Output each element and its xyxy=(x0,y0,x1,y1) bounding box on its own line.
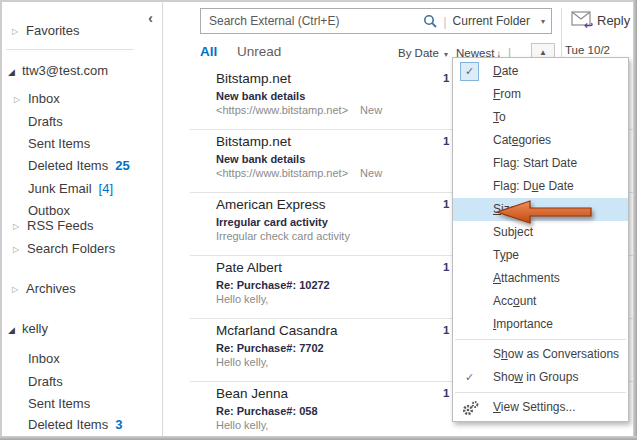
triangle-up-icon: ▲ xyxy=(539,48,547,57)
sidebar-item-sent-items[interactable]: Sent Items xyxy=(2,135,162,153)
sidebar-item-rss-feeds[interactable]: ▷ RSS Feeds xyxy=(2,217,162,235)
expand-right-icon[interactable]: ▷ xyxy=(13,241,19,259)
item-count: [4] xyxy=(99,181,113,196)
sidebar-item-sent-items-2[interactable]: Sent Items xyxy=(2,395,162,413)
sidebar-account-kelly[interactable]: ◢ kelly xyxy=(2,320,162,338)
sidebar-item-deleted-items-2[interactable]: Deleted Items3 xyxy=(2,416,162,434)
menu-item-label: Date xyxy=(493,64,518,78)
window-shadow-right xyxy=(633,0,637,440)
arrange-by-context-menu: ✓ Date From To Categories Flag: Start Da… xyxy=(452,57,629,422)
tab-unread[interactable]: Unread xyxy=(237,44,281,59)
annotation-arrow-icon xyxy=(494,199,594,229)
sidebar-item-favorites[interactable]: ▷ Favorites xyxy=(2,22,162,40)
expand-right-icon[interactable]: ▷ xyxy=(13,218,19,236)
email-subject: Re: Purchase#: 7702 xyxy=(216,342,324,354)
email-preview: Hello kelly, xyxy=(216,356,268,368)
expand-right-icon[interactable]: ▷ xyxy=(12,281,18,299)
sidebar-item-deleted-items[interactable]: Deleted Items25 xyxy=(2,157,162,175)
separator: | xyxy=(443,14,446,29)
email-date: 1 xyxy=(443,135,449,147)
sidebar-item-archives[interactable]: ▷ Archives xyxy=(2,280,162,298)
email-sender: Pate Albert xyxy=(216,260,282,275)
collapse-down-icon[interactable]: ◢ xyxy=(8,63,15,81)
menu-item-flag-due-date[interactable]: Flag: Due Date xyxy=(453,175,628,198)
checkbox-checked-icon: ✓ xyxy=(460,62,479,81)
sidebar-item-label: Deleted Items xyxy=(2,416,108,434)
reply-arrow-icon: ↩ xyxy=(584,19,593,32)
chevron-down-icon: ▾ xyxy=(444,50,448,59)
email-subject: Re: Purchase#: 058 xyxy=(216,405,318,417)
email-sender: Bitstamp.net xyxy=(216,71,291,86)
sidebar-item-label: Sent Items xyxy=(2,395,90,413)
menu-item-importance[interactable]: Importance xyxy=(453,313,628,336)
email-tag: New xyxy=(360,104,382,116)
sidebar-account-ttw3[interactable]: ◢ ttw3@test.com xyxy=(2,62,162,80)
menu-item-categories[interactable]: Categories xyxy=(453,129,628,152)
menu-item-show-in-groups[interactable]: ✓ Show in Groups xyxy=(453,366,628,389)
expand-right-icon[interactable]: ▷ xyxy=(12,23,18,41)
chevron-down-icon: ▾ xyxy=(541,17,545,26)
preview-text: Hello kelly, xyxy=(216,419,268,431)
sidebar-item-search-folders[interactable]: ▷ Search Folders xyxy=(2,240,162,258)
email-date: 1 xyxy=(443,72,449,84)
menu-item-flag-start-date[interactable]: Flag: Start Date xyxy=(453,152,628,175)
email-preview: Hello kelly, xyxy=(216,419,268,431)
menu-item-to[interactable]: To xyxy=(453,106,628,129)
email-preview: Hello kelly, xyxy=(216,293,268,305)
menu-separator xyxy=(455,392,626,393)
email-subject: New bank details xyxy=(216,153,305,165)
menu-item-type[interactable]: Type xyxy=(453,244,628,267)
account-name: ttw3@test.com xyxy=(2,62,108,80)
menu-item-show-as-conversations[interactable]: Show as Conversations xyxy=(453,343,628,366)
collapse-down-icon[interactable]: ◢ xyxy=(8,321,15,339)
sidebar-item-junk-email[interactable]: Junk Email[4] xyxy=(2,180,162,198)
email-sender: Mcfarland Casandra xyxy=(216,323,338,338)
preview-text: Hello kelly, xyxy=(216,293,268,305)
email-date: 1 xyxy=(443,387,449,399)
email-preview: <https://www.bitstamp.net>New xyxy=(216,104,382,116)
menu-item-from[interactable]: From xyxy=(453,83,628,106)
sidebar-item-label: Inbox xyxy=(2,90,60,108)
reply-button[interactable]: Reply xyxy=(597,13,635,28)
checkmark-icon: ✓ xyxy=(465,366,474,389)
email-subject: New bank details xyxy=(216,90,305,102)
search-icon[interactable] xyxy=(423,14,437,28)
email-tag: New xyxy=(360,167,382,179)
tab-all[interactable]: All xyxy=(200,44,217,59)
sidebar-item-label: Junk Email xyxy=(2,180,92,198)
window-shadow-bottom xyxy=(0,436,637,440)
email-subject: Re: Purchase#: 10272 xyxy=(216,279,330,291)
pane-divider xyxy=(561,8,562,58)
sidebar-item-inbox-2[interactable]: Inbox xyxy=(2,350,162,368)
menu-item-label: Show in Groups xyxy=(493,370,578,384)
preview-text: Irregular check card activity xyxy=(216,230,350,242)
menu-item-attachments[interactable]: Attachments xyxy=(453,267,628,290)
email-date: 1 xyxy=(443,261,449,273)
search-scope-dropdown[interactable]: Current Folder xyxy=(453,14,530,28)
email-subject: Irregular card activity xyxy=(216,216,328,228)
menu-item-label: Attachments xyxy=(493,271,560,285)
sort-by-label: By Date xyxy=(398,47,439,59)
email-sender: Bean Jenna xyxy=(216,386,288,401)
sidebar-item-drafts-2[interactable]: Drafts xyxy=(2,373,162,391)
gears-icon xyxy=(461,400,480,424)
expand-right-icon[interactable]: ▷ xyxy=(14,91,20,109)
email-sender: Bitstamp.net xyxy=(216,134,291,149)
email-preview: Irregular check card activity xyxy=(216,230,350,242)
menu-item-label: Account xyxy=(493,294,536,308)
menu-item-view-settings[interactable]: View Settings... xyxy=(453,396,628,419)
menu-item-label: Type xyxy=(493,248,519,262)
menu-item-account[interactable]: Account xyxy=(453,290,628,313)
sidebar-item-inbox[interactable]: ▷ Inbox xyxy=(2,90,162,108)
sort-by-dropdown[interactable]: By Date▾ xyxy=(398,47,448,59)
search-input[interactable] xyxy=(207,13,417,29)
menu-item-label: Flag: Due Date xyxy=(493,179,574,193)
menu-item-label: Show as Conversations xyxy=(493,347,619,361)
sidebar-item-drafts[interactable]: Drafts xyxy=(2,113,162,131)
search-box[interactable]: | Current Folder ▾ xyxy=(200,8,552,34)
outlook-window: ‹ ▷ Favorites ◢ ttw3@test.com ▷ Inbox Dr… xyxy=(0,0,637,440)
menu-item-date[interactable]: ✓ Date xyxy=(453,60,628,83)
preview-text: <https://www.bitstamp.net> xyxy=(216,167,348,179)
menu-item-label: Importance xyxy=(493,317,553,331)
sidebar-divider xyxy=(6,49,134,50)
